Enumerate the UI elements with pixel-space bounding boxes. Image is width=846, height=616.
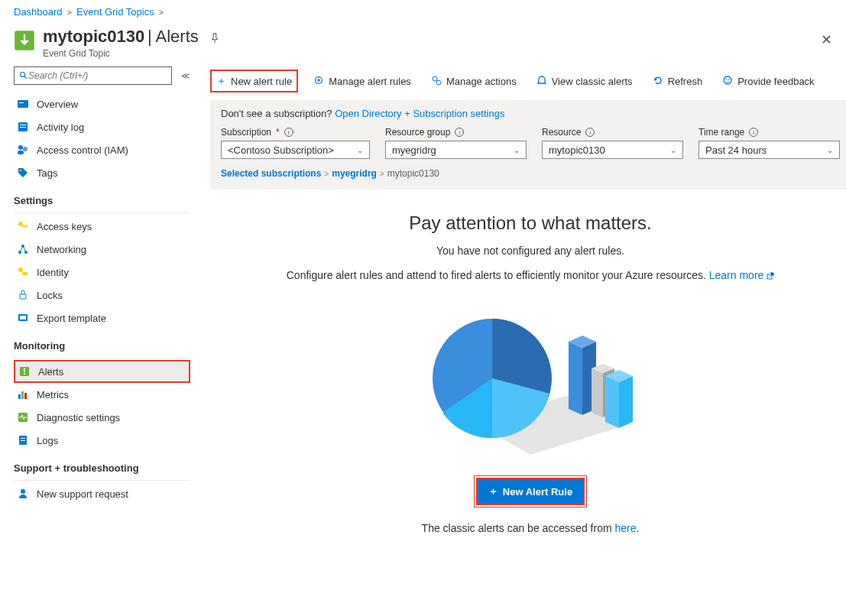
manage-actions-button[interactable]: Manage actions [426, 72, 521, 91]
nav-activitylog[interactable]: Activity log [14, 115, 190, 138]
empty-subtitle: You have not configured any alert rules. [241, 245, 820, 257]
lock-icon [17, 289, 29, 301]
nav-label: Diagnostic settings [37, 412, 120, 423]
nav-diagnostics[interactable]: Diagnostic settings [14, 406, 190, 429]
tb-label: Provide feedback [737, 76, 814, 87]
breadcrumb-rg[interactable]: myegridrg [332, 168, 377, 179]
actions-icon [431, 75, 442, 88]
nav-label: Access control (IAM) [37, 144, 128, 156]
nav-label: Alerts [38, 366, 63, 378]
resource-dropdown[interactable]: mytopic0130⌄ [542, 141, 683, 159]
export-icon [17, 312, 29, 324]
nav-logs[interactable]: Logs [14, 429, 190, 452]
classic-link[interactable]: here [614, 522, 636, 534]
nav-label: Activity log [37, 122, 84, 133]
new-alert-rule-button[interactable]: ＋ New alert rule [210, 70, 298, 92]
info-icon[interactable]: i [455, 128, 464, 137]
metrics-icon [17, 388, 29, 400]
search-input-wrapper[interactable] [14, 66, 172, 85]
nav-support[interactable]: New support request [14, 482, 190, 505]
pin-icon[interactable] [209, 33, 220, 46]
svg-marker-43 [569, 342, 582, 415]
nav-accesskeys[interactable]: Access keys [14, 215, 190, 238]
svg-rect-26 [21, 391, 24, 399]
nav-alerts[interactable]: Alerts [14, 360, 190, 383]
button-label: New Alert Rule [503, 486, 572, 498]
breadcrumb-dashboard[interactable]: Dashboard [14, 6, 63, 18]
svg-rect-23 [24, 368, 25, 372]
svg-rect-25 [18, 394, 21, 399]
info-icon[interactable]: i [749, 128, 758, 137]
feedback-button[interactable]: Provide feedback [718, 72, 818, 91]
page-section: | Alerts [147, 27, 199, 46]
gear-icon [313, 75, 324, 88]
search-input[interactable] [28, 70, 167, 81]
nav-metrics[interactable]: Metrics [14, 383, 190, 406]
page-title: mytopic0130 [43, 27, 144, 46]
collapse-sidebar-icon[interactable]: ≪ [181, 71, 190, 81]
time-dropdown[interactable]: Past 24 hours⌄ [699, 141, 840, 159]
nav-group-support: Support + troubleshooting [14, 452, 190, 478]
nav-identity[interactable]: Identity [14, 261, 190, 284]
svg-rect-3 [18, 100, 28, 108]
svg-point-8 [18, 145, 23, 150]
chevron-down-icon: ⌄ [357, 146, 363, 154]
breadcrumb-topics[interactable]: Event Grid Topics [76, 6, 154, 18]
svg-rect-31 [21, 440, 25, 441]
svg-rect-4 [19, 102, 24, 103]
view-classic-button[interactable]: View classic alerts [532, 72, 637, 91]
svg-rect-21 [20, 316, 26, 319]
identity-icon [17, 266, 29, 278]
nav-group-monitoring: Monitoring [14, 329, 190, 356]
nav-tags[interactable]: Tags [14, 161, 190, 184]
nav-locks[interactable]: Locks [14, 284, 190, 306]
manage-alert-rules-button[interactable]: Manage alert rules [309, 72, 416, 91]
nav-label: Logs [37, 435, 58, 446]
refresh-button[interactable]: Refresh [648, 72, 708, 91]
nav-overview[interactable]: Overview [14, 92, 190, 115]
chevron-down-icon: ⌄ [827, 146, 833, 154]
svg-point-36 [436, 80, 441, 85]
svg-rect-30 [21, 438, 25, 439]
open-directory-link[interactable]: Open Directory + Subscription settings [335, 108, 504, 119]
close-icon[interactable]: ✕ [821, 31, 832, 48]
chevron-right-icon: > [380, 170, 384, 178]
nav-label: Access keys [37, 221, 92, 232]
breadcrumb: Dashboard > Event Grid Topics > [0, 0, 846, 24]
alerts-icon [18, 365, 31, 378]
classic-text: The classic alerts can be accessed from [422, 522, 615, 534]
chevron-down-icon: ⌄ [514, 146, 520, 154]
svg-rect-24 [24, 373, 25, 374]
subscription-dropdown[interactable]: <Contoso Subscription>⌄ [221, 141, 370, 159]
nav-label: Identity [37, 267, 69, 278]
svg-point-39 [728, 79, 730, 80]
svg-rect-13 [22, 225, 28, 227]
nav-networking[interactable]: Networking [14, 238, 190, 261]
rg-dropdown[interactable]: myegridrg⌄ [385, 141, 527, 159]
tb-label: Manage actions [446, 76, 517, 87]
support-icon [17, 488, 29, 500]
breadcrumb-selected-subs[interactable]: Selected subscriptions [221, 168, 321, 179]
iam-icon [17, 144, 29, 156]
bell-icon [536, 75, 547, 88]
logs-icon [17, 434, 29, 446]
new-alert-rule-primary-button[interactable]: ＋ New Alert Rule [476, 478, 585, 505]
svg-rect-6 [20, 125, 26, 125]
svg-point-32 [21, 489, 25, 494]
info-icon[interactable]: i [585, 128, 595, 137]
eventgrid-icon [14, 30, 35, 51]
svg-point-1 [21, 73, 25, 77]
nav-export[interactable]: Export template [14, 306, 190, 329]
empty-description: Configure alert rules and attend to fire… [287, 269, 706, 281]
info-icon[interactable]: i [284, 128, 293, 137]
learn-more-link[interactable]: Learn more [709, 269, 774, 281]
scope-breadcrumb: Selected subscriptions > myegridrg > myt… [221, 168, 840, 179]
svg-line-2 [24, 76, 27, 79]
nav-label: Networking [37, 244, 86, 255]
tags-icon [17, 167, 29, 179]
chevron-right-icon: > [67, 8, 72, 17]
chevron-right-icon: > [159, 8, 164, 17]
time-label: Time range [699, 127, 744, 138]
filter-bar: Don't see a subscription? Open Directory… [210, 100, 846, 190]
nav-iam[interactable]: Access control (IAM) [14, 138, 190, 161]
